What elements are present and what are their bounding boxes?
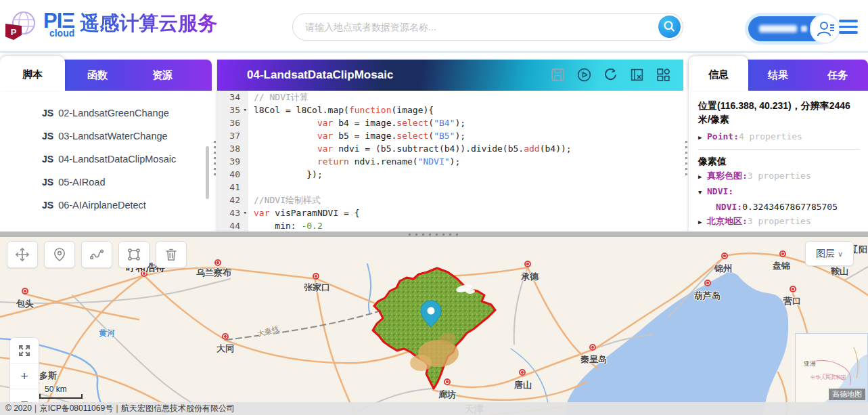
property-row[interactable]: ▶真彩色图:3 properties [698,169,860,184]
run-button[interactable] [576,67,592,83]
editor-title: 04-LandsatDataClipMosaic [247,68,549,82]
script-item[interactable]: JS02-LandsatGreenChange [42,102,212,125]
map-view[interactable]: 亚洲 中华人民共和国 呼和浩特乌兰察布张家口包头承德锦州盘锦葫芦岛营口鞍山辽阳大… [0,237,868,415]
reset-button[interactable] [602,67,618,83]
position-readout: 位置(116.388, 40.231)，分辨率2446米/像素 [698,99,860,127]
script-item[interactable]: JS04-LandsatDataClipMosaic [42,148,212,171]
layers-button-label: 图层 [816,248,835,259]
city-label: 锦州 [714,263,732,275]
property-row[interactable]: ▶北京地区:3 properties [698,214,860,230]
code-text: // NDVI计算 [248,91,309,104]
left-panel-scrollbar[interactable] [206,146,209,199]
tab-资源[interactable]: 资源 [130,60,195,91]
fullscreen-icon [18,345,30,357]
code-text: //NDVI绘制样式 [248,194,321,206]
search-bar [292,13,683,41]
tab-结果[interactable]: 结果 [748,60,808,91]
editor-header: 04-LandsatDataClipMosaic [217,60,683,91]
hamburger-menu-icon[interactable] [839,20,858,34]
marker-icon [51,246,68,263]
property-row[interactable]: NDVI:0.3243467867785705 [698,200,860,214]
city-marker-icon [313,273,319,280]
tab-函数[interactable]: 函数 [65,60,130,91]
city-label: 唐山 [514,379,532,391]
polyline-tool-button[interactable] [81,241,112,268]
code-line: 43▾var visParamNDVI = { [217,206,683,219]
app-logo[interactable]: P PIΞ cloud 遥感计算云服务 [7,7,217,40]
expand-arrow-icon[interactable]: ▶ [698,215,707,230]
script-item[interactable]: JS06-AIAirplaneDetect [42,194,212,217]
horizontal-splitter[interactable] [0,232,868,237]
delete-tool-button[interactable] [156,241,187,268]
expand-arrow-icon[interactable]: ▶ [698,131,707,145]
js-badge: JS [42,154,53,165]
code-line: 37 var b5 = image.select("B5"); [217,129,683,142]
vertical-splitter-left[interactable] [212,60,217,232]
user-avatar-icon [815,19,836,39]
polygon-icon [126,246,142,263]
line-number: 39 [217,155,248,168]
scale-label: 50 km [45,385,83,394]
city-marker-icon [790,286,796,292]
city-marker-icon [444,378,451,385]
user-account-pill[interactable] [748,16,832,41]
line-number: 34 [217,91,248,104]
polyline-icon [89,246,105,263]
search-input[interactable] [293,22,683,32]
code-editor-panel: 04-LandsatDataClipMosaic [217,60,683,232]
left-tabbar: 脚本函数资源 [0,60,212,91]
layout-button[interactable] [655,67,671,83]
script-item[interactable]: JS05-AIRoad [42,171,212,194]
property-name: NDVI: [707,186,733,196]
fold-arrow-icon[interactable]: ▾ [244,104,247,116]
property-row[interactable]: ▶Point:4 properties [698,129,860,145]
save-button[interactable] [549,67,566,83]
city-label: 盘锦 [773,260,790,272]
script-name: 03-LandsatWaterChange [58,131,167,141]
line-number: 37 [217,129,248,142]
property-value: 3 properties [748,216,811,226]
layers-button[interactable]: 图层 ∨ [805,241,854,266]
layout-icon [656,67,671,83]
username-redacted [759,25,797,32]
zoom-in-button[interactable]: + [10,364,39,389]
line-number: 35▾ [217,104,248,116]
line-number: 42 [217,194,248,206]
city-marker-icon [22,288,28,294]
expand-arrow-icon[interactable]: ▶ [698,170,707,184]
marker-tool-button[interactable] [44,241,75,268]
code-text: return ndvi.rename("NDVI"); [248,155,460,168]
city-label: 包头 [16,298,34,310]
property-name: NDVI: [716,202,742,212]
search-button[interactable] [658,16,681,38]
river-label: 黄河 [99,328,115,339]
city-label: 大同 [216,343,234,355]
city-label: 秦皇岛 [580,353,607,366]
clear-variables-icon [629,67,645,83]
code-text [248,181,254,194]
polygon-tool-button[interactable] [118,241,150,268]
tab-信息[interactable]: 信息 [689,56,748,91]
scale-line [39,394,83,399]
fullscreen-button[interactable] [10,338,39,364]
inset-country-label: 中华人民共和国 [810,374,846,381]
script-item[interactable]: JS03-LandsatWaterChange [42,125,212,148]
info-body: 位置(116.388, 40.231)，分辨率2446米/像素 ▶Point:4… [689,91,868,253]
vertical-splitter-right[interactable] [683,60,689,232]
avatar[interactable] [810,14,840,44]
city-marker-icon [214,259,221,266]
code-area[interactable]: 34// NDVI计算35▾l8Col = l8Col.map(function… [217,91,683,232]
code-line: 39 return ndvi.rename("NDVI"); [217,155,683,168]
divider [698,149,860,150]
fold-arrow-icon[interactable]: ▾ [244,206,247,219]
collapse-arrow-icon[interactable]: ▼ [698,185,707,200]
tab-任务[interactable]: 任务 [808,60,867,91]
pan-tool-button[interactable] [7,241,38,268]
city-label: 承德 [521,271,539,283]
search-icon [660,18,679,36]
copyright-bar: © 2020｜京ICP备08011069号｜航天宏图信息技术股份有限公司 [0,402,868,415]
property-row[interactable]: ▼NDVI: [698,184,860,200]
map-attribution: 高德地图 [829,389,865,400]
clear-variables-button[interactable] [629,67,645,83]
tab-脚本[interactable]: 脚本 [0,56,65,91]
